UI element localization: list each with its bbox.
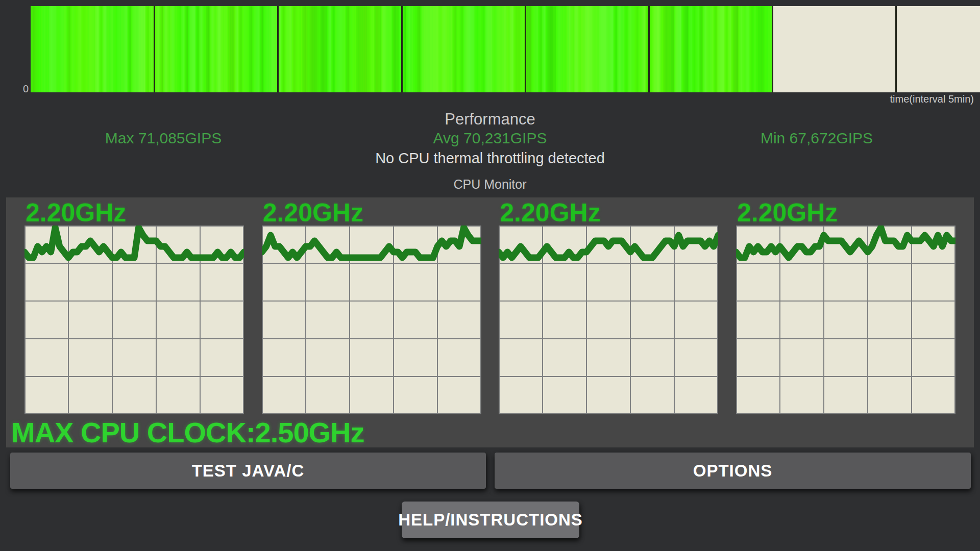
cpu-monitor-title: CPU Monitor — [0, 177, 980, 192]
avg-gips-value: Avg 70,231GIPS — [327, 130, 653, 147]
gips-stats-row: Max 71,085GIPS Avg 70,231GIPS Min 67,672… — [0, 130, 980, 147]
core-3-frequency-graph — [499, 226, 718, 414]
test-java-c-button[interactable]: TEST JAVA/C — [10, 453, 486, 489]
performance-title: Performance — [0, 110, 980, 129]
performance-time-chart-canvas — [31, 6, 980, 92]
core-3-frequency-label: 2.20GHz — [500, 200, 718, 226]
min-gips-value: Min 67,672GIPS — [653, 130, 980, 147]
core-2-frequency-label: 2.20GHz — [263, 200, 481, 226]
core-4-frequency-graph — [736, 226, 955, 414]
core-chart-1: 2.20GHz — [24, 198, 244, 414]
core-chart-4: 2.20GHz — [736, 198, 955, 414]
max-cpu-clock-label: MAX CPU CLOCK:2.50GHz — [11, 418, 364, 447]
core-chart-2: 2.20GHz — [262, 198, 481, 414]
core-1-frequency-label: 2.20GHz — [26, 200, 244, 226]
core-charts-row: 2.20GHz 2.20GHz 2.20GHz 2.20GHz — [24, 198, 955, 414]
core-2-frequency-graph — [262, 226, 481, 414]
chart-origin-label: 0 — [18, 83, 29, 95]
cpu-throttling-test-app: 0 time(interval 5min) Performance Max 71… — [0, 0, 980, 551]
cpu-monitor-panel: 2.20GHz 2.20GHz 2.20GHz 2.20GHz MAX CPU … — [6, 197, 974, 447]
performance-time-chart — [31, 6, 980, 92]
max-gips-value: Max 71,085GIPS — [0, 130, 327, 147]
options-button[interactable]: OPTIONS — [495, 453, 971, 489]
core-chart-3: 2.20GHz — [499, 198, 718, 414]
throttling-status: No CPU thermal throttling detected — [0, 150, 980, 167]
core-4-frequency-label: 2.20GHz — [737, 200, 955, 226]
core-1-frequency-graph — [24, 226, 244, 414]
time-axis-label: time(interval 5min) — [890, 93, 974, 105]
help-instructions-button[interactable]: HELP/INSTRUCTIONS — [402, 502, 579, 538]
